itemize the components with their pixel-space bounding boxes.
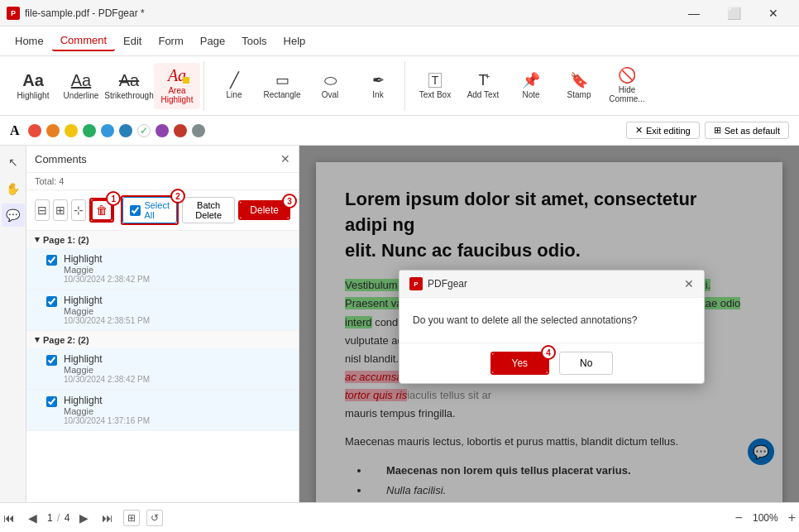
first-page-button[interactable]: ⏮ bbox=[0, 510, 18, 526]
rotate-button[interactable]: ↺ bbox=[146, 510, 163, 526]
menu-edit[interactable]: Edit bbox=[115, 31, 150, 50]
comment-checkbox-2-1[interactable] bbox=[46, 355, 57, 366]
underline-tool-button[interactable]: Aa Underline bbox=[58, 63, 104, 109]
yes-btn-callout: Yes 4 bbox=[490, 352, 550, 375]
color-checkmark[interactable]: ✓ bbox=[137, 124, 151, 137]
badge-1: 1 bbox=[106, 191, 121, 206]
app-icon: P bbox=[7, 7, 20, 20]
color-orange[interactable] bbox=[46, 124, 60, 137]
area-highlight-tool-button[interactable]: Aa Area Highlight bbox=[154, 63, 200, 109]
fit-page-button[interactable]: ⊞ bbox=[123, 510, 140, 526]
text-insert-tools-group: T Text Box T+ Add Text 📌 Note 🔖 Stamp 🚫 … bbox=[409, 61, 653, 111]
delete-icon-callout: 🗑 1 bbox=[89, 198, 114, 223]
comment-item-2-2[interactable]: Highlight Maggie 10/30/2024 1:37:16 PM bbox=[26, 390, 299, 431]
exit-editing-button[interactable]: ✕ Exit editing bbox=[626, 122, 700, 139]
batch-delete-button[interactable]: Batch Delete bbox=[182, 197, 235, 223]
confirm-dialog: P PDFgear ✕ Do you want to delete all th… bbox=[399, 270, 705, 384]
badge-4: 4 bbox=[541, 345, 556, 360]
next-page-button[interactable]: ▶ bbox=[76, 510, 92, 526]
select-tool-panel[interactable]: ↖ bbox=[2, 151, 25, 174]
comment-item-2-1[interactable]: Highlight Maggie 10/30/2024 2:38:42 PM bbox=[26, 348, 299, 390]
strikethrough-tool-button[interactable]: Aa Strikethrough bbox=[106, 63, 152, 109]
comments-panel-icon[interactable]: 💬 bbox=[2, 204, 25, 227]
page-group-2-label: Page 2: (2) bbox=[43, 335, 89, 345]
delete-button[interactable]: Delete bbox=[240, 202, 289, 218]
textbox-tool-button[interactable]: T Text Box bbox=[412, 63, 458, 109]
note-tool-button[interactable]: 📌 Note bbox=[508, 63, 554, 109]
main-area: ↖ ✋ 💬 Comments ✕ Total: 4 ⊟ ⊞ ⊹ 🗑 1 bbox=[0, 146, 799, 502]
last-page-button[interactable]: ⏭ bbox=[98, 510, 117, 526]
window-title: file-sample.pdf - PDFgear * bbox=[25, 7, 675, 19]
comment-checkbox-2-2[interactable] bbox=[46, 396, 57, 407]
textbox-icon: T bbox=[428, 73, 443, 88]
menu-form[interactable]: Form bbox=[150, 31, 191, 50]
page-group-2: ▾ Page 2: (2) bbox=[26, 331, 299, 348]
dialog-close-button[interactable]: ✕ bbox=[684, 277, 694, 290]
sidebar-close-button[interactable]: ✕ bbox=[280, 152, 290, 165]
color-purple[interactable] bbox=[155, 124, 169, 137]
ink-tool-button[interactable]: ✒ Ink bbox=[355, 63, 401, 109]
select-all-checkbox[interactable] bbox=[130, 205, 141, 216]
dialog-no-button[interactable]: No bbox=[559, 352, 613, 375]
collapse-all-button[interactable]: ⊟ bbox=[35, 199, 50, 221]
menu-bar: Home Comment Edit Form Page Tools Help bbox=[0, 26, 799, 56]
exit-editing-icon: ✕ bbox=[635, 125, 643, 136]
prev-page-button[interactable]: ◀ bbox=[25, 510, 41, 526]
menu-help[interactable]: Help bbox=[275, 31, 314, 50]
stamp-label: Stamp bbox=[567, 90, 591, 99]
text-tools-group: Aa Highlight Aa Underline Aa Strikethrou… bbox=[7, 61, 204, 111]
minimize-button[interactable]: — bbox=[675, 0, 713, 26]
badge-3: 3 bbox=[282, 194, 297, 208]
sidebar-actions: ⊟ ⊞ ⊹ 🗑 1 Select All 2 Batch Delete De bbox=[26, 190, 299, 231]
color-darkblue[interactable] bbox=[119, 124, 132, 137]
hidecomments-tool-button[interactable]: 🚫 Hide Comme... bbox=[604, 63, 650, 109]
oval-icon: ⬭ bbox=[324, 73, 337, 88]
menu-home[interactable]: Home bbox=[7, 31, 52, 50]
color-red[interactable] bbox=[28, 124, 41, 137]
title-bar: P file-sample.pdf - PDFgear * — ⬜ ✕ bbox=[0, 0, 799, 26]
menu-page[interactable]: Page bbox=[192, 31, 233, 50]
color-green[interactable] bbox=[83, 124, 96, 137]
zoom-level: 100% bbox=[753, 512, 778, 524]
zoom-in-button[interactable]: + bbox=[785, 509, 799, 527]
badge-2: 2 bbox=[170, 189, 185, 204]
maximize-button[interactable]: ⬜ bbox=[715, 0, 753, 26]
line-tool-button[interactable]: ╱ Line bbox=[211, 63, 257, 109]
hand-tool-panel[interactable]: ✋ bbox=[2, 177, 25, 200]
filter-button[interactable]: ⊹ bbox=[71, 199, 86, 221]
menu-tools[interactable]: Tools bbox=[233, 31, 275, 50]
current-page: 1 bbox=[47, 512, 53, 524]
comment-info-1-1: Highlight Maggie 10/30/2024 2:38:42 PM bbox=[64, 253, 290, 284]
sub-toolbar: A ✓ ✕ Exit editing ⊞ Set as default bbox=[0, 116, 799, 146]
menu-comment[interactable]: Comment bbox=[52, 31, 115, 51]
area-highlight-icon: Aa bbox=[168, 67, 186, 84]
dialog-yes-button[interactable]: Yes bbox=[492, 353, 548, 373]
addtext-tool-button[interactable]: T+ Add Text bbox=[460, 63, 506, 109]
comment-item-1-2[interactable]: Highlight Maggie 10/30/2024 2:38:51 PM bbox=[26, 290, 299, 331]
page-group-1: ▾ Page 1: (2) bbox=[26, 231, 299, 248]
zoom-out-button[interactable]: − bbox=[732, 509, 746, 527]
note-label: Note bbox=[522, 90, 539, 99]
comment-item-1-1[interactable]: Highlight Maggie 10/30/2024 2:38:42 PM bbox=[26, 248, 299, 290]
color-blue[interactable] bbox=[101, 124, 114, 137]
bottom-bar: ⏮ ◀ 1 / 4 ▶ ⏭ ⊞ ↺ − 100% + bbox=[0, 502, 799, 532]
addtext-icon: T+ bbox=[479, 73, 488, 88]
expand-all-button[interactable]: ⊞ bbox=[53, 199, 68, 221]
color-gray[interactable] bbox=[192, 124, 205, 137]
rectangle-tool-button[interactable]: ▭ Rectangle bbox=[259, 63, 305, 109]
close-button[interactable]: ✕ bbox=[754, 0, 792, 26]
hidecomments-icon: 🚫 bbox=[618, 68, 636, 83]
stamp-tool-button[interactable]: 🔖 Stamp bbox=[556, 63, 602, 109]
sidebar-title: Comments bbox=[35, 153, 87, 165]
highlight-tool-button[interactable]: Aa Highlight bbox=[10, 63, 56, 109]
comment-checkbox-1-2[interactable] bbox=[46, 296, 57, 307]
oval-tool-button[interactable]: ⬭ Oval bbox=[307, 63, 353, 109]
rectangle-icon: ▭ bbox=[275, 73, 289, 88]
select-all-callout: Select All 2 bbox=[121, 195, 179, 225]
color-yellow[interactable] bbox=[65, 124, 78, 137]
comment-checkbox-1-1[interactable] bbox=[46, 255, 57, 266]
set-as-default-button[interactable]: ⊞ Set as default bbox=[705, 122, 789, 139]
comments-sidebar: Comments ✕ Total: 4 ⊟ ⊞ ⊹ 🗑 1 Select All… bbox=[26, 146, 299, 502]
comment-info-2-2: Highlight Maggie 10/30/2024 1:37:16 PM bbox=[64, 395, 290, 425]
color-darkred[interactable] bbox=[174, 124, 187, 137]
